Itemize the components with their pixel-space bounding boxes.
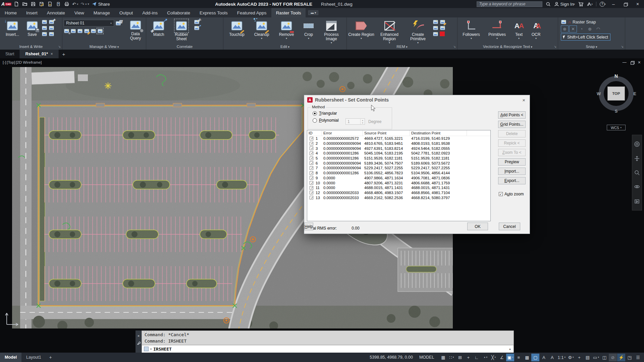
- restore-button[interactable]: [621, 1, 630, 7]
- table-row[interactable]: 13 0.000000000002033 4669.2162, 5082.253…: [307, 195, 490, 200]
- sign-in-button[interactable]: Sign In ▾: [554, 2, 575, 7]
- scale-image-icon[interactable]: ↗: [194, 25, 200, 31]
- table-row[interactable]: 5 0.000000000001286 5151.9539, 5182.1181…: [307, 156, 490, 161]
- ribbon-tab[interactable]: Add-ins: [138, 8, 162, 17]
- dialog-side-button[interactable]: Zoom To <: [498, 149, 526, 156]
- show-image-icon[interactable]: [70, 28, 76, 34]
- command-recent-dropdown-icon[interactable]: ▾: [150, 348, 152, 351]
- hide-image-icon[interactable]: [77, 28, 83, 34]
- file-tab-start[interactable]: Start: [0, 50, 20, 58]
- dialog-titlebar[interactable]: A Rubbersheet - Set Control Points ×: [304, 95, 530, 105]
- row-checkbox[interactable]: [310, 171, 313, 175]
- command-icon[interactable]: [144, 347, 149, 351]
- ribbon-tab[interactable]: Featured Apps: [232, 8, 271, 17]
- model-tab[interactable]: Model: [0, 353, 21, 362]
- wcs-dropdown[interactable]: WCS: [607, 125, 626, 130]
- control-points-table[interactable]: ID Error Source Point Destination Point …: [307, 130, 491, 221]
- panel-label-manage-view[interactable]: Manage & View: [62, 44, 146, 50]
- row-checkbox[interactable]: [310, 152, 313, 155]
- table-row[interactable]: 7 0.0000000000009094 5229.2417, 5027.225…: [307, 166, 490, 171]
- crop-dropdown-icon[interactable]: ▾: [308, 37, 309, 40]
- degree-spinner[interactable]: 1 ▲▼: [345, 118, 365, 125]
- clean-screen-icon[interactable]: ◳: [626, 354, 634, 361]
- annotation-autoscale-icon[interactable]: A: [548, 354, 556, 361]
- create-region-button[interactable]: Create Region ▾: [348, 19, 374, 40]
- image-manager-icon[interactable]: ▤: [115, 21, 121, 26]
- save-icon[interactable]: [30, 1, 36, 7]
- table-row[interactable]: 6 0.0000000000009094 5189.3436, 5074.750…: [307, 161, 490, 166]
- pan-icon[interactable]: [634, 156, 640, 162]
- ribbon-tab[interactable]: Output: [115, 8, 138, 17]
- table-row[interactable]: 10 0.0000 4807.9206, 4871.3231 4806.6688…: [307, 180, 490, 185]
- panel-label-rem[interactable]: REM↘: [347, 44, 457, 50]
- viewport-menu-control[interactable]: [-]: [3, 60, 6, 64]
- showmotion-icon[interactable]: [634, 198, 640, 204]
- viewcube-south[interactable]: S: [615, 109, 618, 114]
- zoom-to-image-icon[interactable]: [64, 28, 69, 34]
- dialog-side-button[interactable]: Delete: [498, 130, 526, 137]
- ribbon-tab[interactable]: Raster Tools: [271, 8, 306, 17]
- quick-properties-icon[interactable]: ▭: [592, 354, 600, 361]
- command-scroll-up-icon[interactable]: ▲: [508, 347, 512, 351]
- ribbon-tab[interactable]: Manage: [89, 8, 115, 17]
- capture-icon[interactable]: [42, 32, 47, 37]
- transparency-icon[interactable]: ▩: [523, 354, 531, 361]
- rem-stack-icon[interactable]: [433, 32, 438, 37]
- web-image-icon[interactable]: [49, 25, 54, 31]
- rem-merge-icon[interactable]: [433, 25, 438, 31]
- rem-edit-icon[interactable]: [440, 19, 445, 24]
- qat-customize-icon[interactable]: ▾: [88, 2, 89, 6]
- dialog-action-button[interactable]: OK: [467, 223, 488, 230]
- table-row[interactable]: 12 0.000000000002033 4668.4806, 4983.150…: [307, 190, 490, 195]
- dynamic-input-icon[interactable]: +: [464, 354, 472, 361]
- move-image-icon[interactable]: ✛: [194, 19, 200, 24]
- panel-label-correlate[interactable]: Correlate: [146, 44, 223, 50]
- panel-label-vectorize[interactable]: Vectorize & Recognize Text↘: [458, 44, 558, 50]
- embed-image-icon[interactable]: ✦: [49, 19, 54, 24]
- dialog-side-button[interactable]: Add Points <: [498, 111, 526, 119]
- viewport-minimize-icon[interactable]: —: [623, 60, 627, 65]
- steering-wheel-icon[interactable]: [634, 141, 640, 147]
- viewport-close-icon[interactable]: ×: [638, 60, 641, 65]
- plot-sheet-icon[interactable]: [47, 1, 53, 7]
- publish-icon[interactable]: [55, 1, 61, 7]
- dialog-action-button[interactable]: Help: [304, 223, 313, 230]
- viewport-restore-icon[interactable]: [631, 61, 634, 64]
- command-line-grip[interactable]: ×: [136, 330, 142, 353]
- panel-label-insert-write[interactable]: Insert & Write↘: [0, 44, 62, 50]
- new-file-icon[interactable]: [13, 1, 19, 7]
- ribbon-tab[interactable]: Annotate: [42, 8, 70, 17]
- ribbon-display-toggle[interactable]: ▬ ▾: [308, 10, 318, 15]
- infer-constraints-icon[interactable]: ⊞: [456, 354, 464, 361]
- row-checkbox[interactable]: [310, 146, 313, 150]
- snapshot-icon[interactable]: [49, 32, 54, 37]
- lock-ui-icon[interactable]: ◫: [600, 354, 608, 361]
- method-radio[interactable]: Polynomial: [313, 118, 339, 123]
- undo-icon[interactable]: ↶: [72, 2, 76, 7]
- insert-button[interactable]: ↓ Insert...: [1, 19, 23, 37]
- spinner-arrows-icon[interactable]: ▲▼: [360, 119, 365, 124]
- row-checkbox[interactable]: [310, 176, 313, 180]
- image-select-dropdown[interactable]: Rsheet 01 ▾: [64, 20, 114, 26]
- ribbon-tab[interactable]: Insert: [21, 8, 42, 17]
- viewcube-east[interactable]: E: [633, 91, 636, 96]
- viewcube-west[interactable]: W: [597, 91, 601, 96]
- ribbon-tab[interactable]: Collaborate: [162, 8, 195, 17]
- row-checkbox[interactable]: [310, 166, 313, 170]
- data-query-button[interactable]: Data Query: [126, 18, 145, 41]
- isodraft-icon[interactable]: ╳: [489, 354, 497, 361]
- ribbon-tab[interactable]: Express Tools: [195, 8, 232, 17]
- graphics-performance-icon[interactable]: ⚡: [617, 354, 625, 361]
- rubber-sheet-button[interactable]: Rubber Sheet: [170, 19, 193, 41]
- viewport-view-control[interactable]: [Top]: [7, 60, 15, 64]
- table-row[interactable]: 8 0.000000000001286 5106.0552, 4856.7823…: [307, 171, 490, 176]
- row-checkbox[interactable]: [310, 157, 313, 160]
- rem-color-swatch[interactable]: [440, 32, 445, 36]
- redo-icon[interactable]: ↷: [80, 2, 84, 7]
- row-checkbox[interactable]: [310, 137, 313, 140]
- remove-button[interactable]: Remove ▾: [274, 19, 299, 40]
- command-close-icon[interactable]: ×: [138, 334, 140, 338]
- ribbon-tab[interactable]: View: [70, 8, 89, 17]
- share-button[interactable]: Share: [92, 2, 110, 7]
- panel-label-snap[interactable]: Snap↘: [558, 44, 625, 50]
